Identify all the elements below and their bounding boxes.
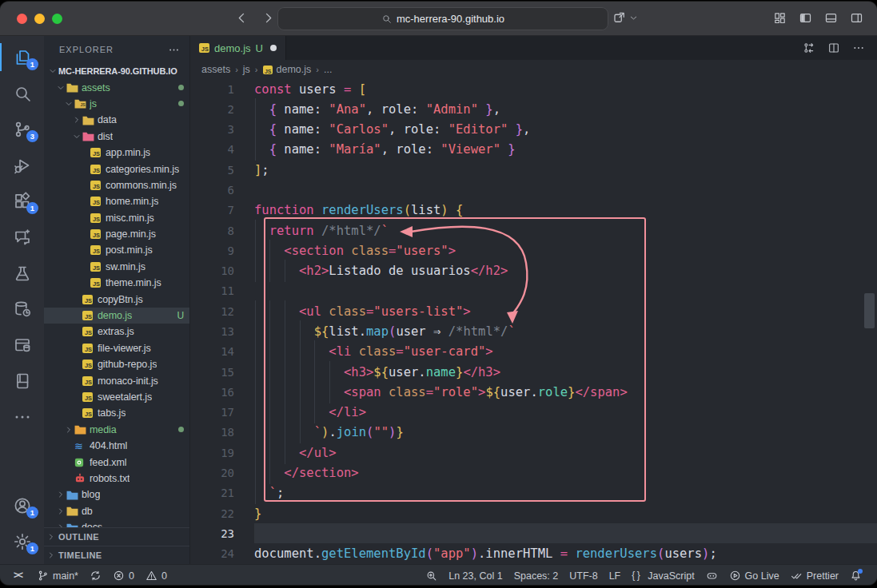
status-warning-count[interactable]: 0 [140, 570, 173, 582]
code-line-6[interactable]: 6 [190, 180, 877, 200]
tree-item-monaco-init-js[interactable]: JSmonaco-init.js [44, 372, 189, 388]
code-line-14[interactable]: 14 <li class="user-card"> [190, 342, 877, 362]
status-indentation[interactable]: Spaces: 2 [508, 570, 564, 582]
tree-item-js[interactable]: JSjs [44, 96, 189, 112]
scrollbar-thumb[interactable] [864, 293, 875, 328]
code-line-20[interactable]: 20 </section> [190, 463, 877, 483]
tab-demo-js[interactable]: JS demo.js U [190, 36, 286, 60]
more-actions-icon[interactable] [168, 44, 180, 56]
activity-database-time[interactable] [0, 291, 44, 327]
code-line-8[interactable]: 8 return /*html*/` [190, 220, 877, 240]
apps-grid-icon[interactable] [773, 11, 787, 25]
chevron-down-icon[interactable] [629, 14, 638, 22]
code-line-3[interactable]: 3 { name: "Carlos", role: "Editor" }, [190, 120, 877, 140]
minimize-button[interactable] [34, 14, 45, 24]
code-line-4[interactable]: 4 { name: "María", role: "Viewer" } [190, 140, 877, 160]
tree-item-data[interactable]: data [44, 112, 189, 128]
tree-item-tabs-js[interactable]: JStabs.js [44, 405, 189, 421]
tree-item-sweetalert-js[interactable]: JSsweetalert.js [44, 389, 189, 405]
forward-icon[interactable] [261, 10, 276, 26]
tree-item-github-repo-js[interactable]: JSgithub-repo.js [44, 356, 189, 372]
code-line-9[interactable]: 9 <section class="users"> [190, 240, 877, 260]
url-bar[interactable]: mc-herrera-90.github.io [277, 7, 608, 30]
code-editor[interactable]: 1const users = [2 { name: "Ana", role: "… [190, 79, 877, 564]
status-language-mode[interactable]: { }JavaScript [626, 570, 700, 582]
activity-search[interactable] [0, 75, 44, 111]
open-changes-icon[interactable] [803, 42, 815, 54]
status-notifications[interactable] [844, 570, 867, 582]
status-sync-status[interactable] [84, 570, 107, 582]
tree-item-home-min-js[interactable]: JShome.min.js [44, 193, 189, 209]
tree-item-404-html[interactable]: ≋404.html [44, 438, 189, 454]
status-cursor-position[interactable]: Ln 23, Col 1 [443, 570, 508, 582]
split-editor-icon[interactable] [827, 42, 840, 54]
tree-item-media[interactable]: media [44, 422, 189, 438]
code-line-7[interactable]: 7function renderUsers(list) { [190, 201, 877, 220]
tree-item-feed-xml[interactable]: feed.xml [44, 454, 189, 470]
tree-item-blog[interactable]: blog [44, 487, 189, 503]
status-error-count[interactable]: 0 [107, 570, 140, 582]
status-screencast-zoom[interactable] [420, 570, 443, 582]
activity-notebook[interactable] [0, 363, 44, 399]
activity-more-views[interactable] [0, 399, 44, 435]
tree-item-extras-js[interactable]: JSextras.js [44, 324, 189, 340]
layout-panel-icon[interactable] [824, 11, 838, 25]
tree-item-docs[interactable]: docs [44, 519, 189, 527]
tree-item-page-min-js[interactable]: JSpage.min.js [44, 226, 189, 242]
sidebar-section-outline[interactable]: OUTLINE [44, 527, 189, 546]
code-line-11[interactable]: 11 [190, 281, 877, 301]
activity-settings[interactable]: 1 [0, 523, 44, 559]
breadcrumb-item[interactable]: assets [201, 64, 230, 75]
tree-item-dist[interactable]: dist [44, 129, 189, 145]
tree-item-db[interactable]: db [44, 503, 189, 519]
status-branch-status[interactable]: main* [31, 570, 84, 582]
back-icon[interactable] [234, 10, 249, 26]
tree-item-assets[interactable]: assets [44, 79, 189, 95]
activity-source-control[interactable]: 3 [0, 111, 44, 147]
code-line-23[interactable]: 23 [190, 523, 877, 543]
breadcrumb-item[interactable]: ... [324, 64, 332, 75]
status-eol[interactable]: LF [604, 570, 627, 582]
code-line-10[interactable]: 10 <h2>Listado de usuarios</h2> [190, 261, 877, 281]
sidebar-section-timeline[interactable]: TIMELINE [44, 546, 189, 564]
code-line-13[interactable]: 13 ${list.map(user ⇒ /*html*/` [190, 321, 877, 341]
tree-item-commons-min-js[interactable]: JScommons.min.js [44, 177, 189, 193]
code-line-19[interactable]: 19 </ul> [190, 443, 877, 463]
status-encoding[interactable]: UTF-8 [564, 570, 603, 582]
code-line-5[interactable]: 5]; [190, 160, 877, 180]
tree-item-sw-min-js[interactable]: JSsw.min.js [44, 259, 189, 275]
activity-container-db[interactable] [0, 327, 44, 363]
layout-sidebar-right-icon[interactable] [850, 11, 863, 25]
breadcrumb-item[interactable]: JSdemo.js [263, 64, 312, 75]
code-line-21[interactable]: 21 `; [190, 483, 877, 503]
modified-dot-icon[interactable] [270, 45, 277, 51]
maximize-button[interactable] [52, 14, 62, 24]
code-line-1[interactable]: 1const users = [ [190, 79, 877, 99]
tree-item-app-min-js[interactable]: JSapp.min.js [44, 145, 189, 161]
status-prettier[interactable]: Prettier [785, 570, 844, 582]
tree-item-robots-txt[interactable]: robots.txt [44, 471, 189, 487]
activity-explorer[interactable]: 1 [0, 39, 44, 75]
code-line-22[interactable]: 22} [190, 503, 877, 523]
code-line-16[interactable]: 16 <span class="role">${user.role}</span… [190, 382, 877, 402]
tree-item-categories-min-js[interactable]: JScategories.min.js [44, 161, 189, 177]
code-line-12[interactable]: 12 <ul class="users-list"> [190, 301, 877, 321]
status-go-live[interactable]: Go Live [724, 570, 785, 582]
tree-item-post-min-js[interactable]: JSpost.min.js [44, 242, 189, 258]
layout-sidebar-left-icon[interactable] [799, 11, 812, 25]
activity-chat[interactable] [0, 219, 44, 255]
more-actions-icon[interactable] [852, 42, 865, 54]
activity-extensions[interactable]: 1 [0, 183, 44, 219]
code-line-24[interactable]: 24document.getElementById("app").innerHT… [190, 543, 877, 563]
tree-item-copybtn-js[interactable]: JScopyBtn.js [44, 291, 189, 307]
status-remote-indicator[interactable]: >< [8, 570, 31, 582]
status-copilot[interactable] [700, 570, 724, 582]
breadcrumb-item[interactable]: js [243, 64, 250, 75]
code-line-2[interactable]: 2 { name: "Ana", role: "Admin" }, [190, 99, 877, 119]
tree-item-mc-herrera-90-github-io[interactable]: MC-HERRERA-90.GITHUB.IO [44, 63, 189, 79]
code-line-18[interactable]: 18 `).join("")} [190, 423, 877, 443]
share-icon[interactable] [612, 10, 627, 25]
tree-item-theme-min-js[interactable]: JStheme.min.js [44, 275, 189, 291]
activity-testing[interactable] [0, 255, 44, 291]
tree-item-file-viewer-js[interactable]: JSfile-viewer.js [44, 340, 189, 356]
